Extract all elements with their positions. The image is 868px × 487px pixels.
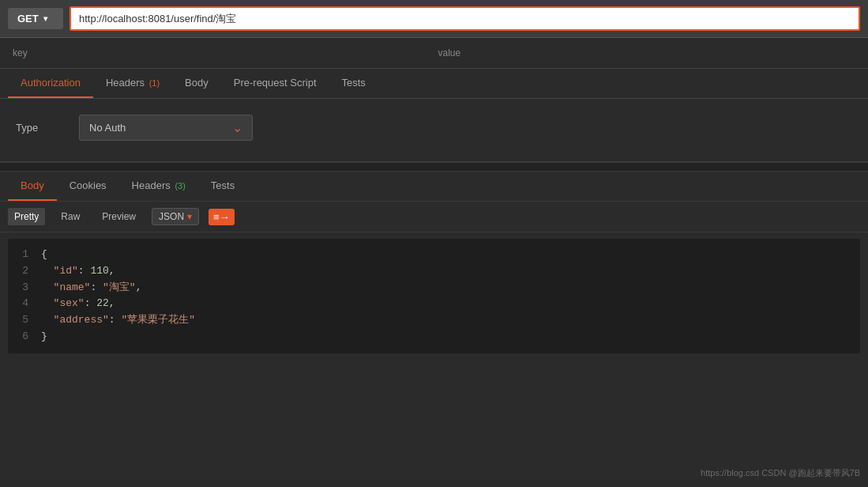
code-line-3: 3 "name": "淘宝", [8,280,860,296]
tab-headers-badge: (1) [149,78,160,88]
tab-body-response-label: Body [21,179,44,191]
section-divider [0,162,868,172]
tab-pre-request-script[interactable]: Pre-request Script [221,69,329,98]
tab-headers-response-badge: (3) [175,181,185,191]
format-pretty-button[interactable]: Pretty [8,208,45,225]
format-type-value: JSON [159,211,184,222]
method-label: GET [17,13,39,25]
code-content-1: { [41,247,47,263]
param-value-label: value [438,44,856,62]
code-content-5: "address": "苹果栗子花生" [41,312,195,329]
tab-authorization-label: Authorization [21,77,81,89]
code-content-3: "name": "淘宝", [41,280,141,296]
method-selector[interactable]: GET ▾ [8,8,63,29]
format-bar: Pretty Raw Preview JSON ▾ ≡→ [0,202,868,232]
tab-body-request[interactable]: Body [172,69,221,98]
auth-chevron-down-icon: ⌄ [232,120,242,135]
auth-type-label: Type [16,122,63,134]
watermark: https://blog.csd CSDN @跑起来要带风7B [701,467,860,479]
url-bar: GET ▾ [0,0,868,38]
format-preview-button[interactable]: Preview [96,208,142,225]
line-num-3: 3 [16,280,28,296]
format-type-selector[interactable]: JSON ▾ [152,208,199,225]
tab-tests-request-label: Tests [342,77,366,89]
tab-cookies-label: Cookies [70,179,107,191]
line-num-5: 5 [16,312,28,329]
method-chevron: ▾ [43,14,47,23]
params-section: key value [0,38,868,69]
tab-authorization[interactable]: Authorization [8,69,93,98]
tab-body-response[interactable]: Body [8,172,57,201]
auth-type-selector[interactable]: No Auth ⌄ [79,115,253,141]
code-line-4: 4 "sex": 22, [8,296,860,312]
line-num-6: 6 [16,329,28,345]
tab-headers-response[interactable]: Headers (3) [119,172,198,201]
code-content-2: "id": 110, [41,263,115,280]
format-raw-button[interactable]: Raw [54,208,86,225]
tab-headers[interactable]: Headers (1) [93,69,172,98]
code-line-2: 2 "id": 110, [8,263,860,280]
code-line-1: 1 { [8,247,860,263]
tab-tests-response-label: Tests [211,179,235,191]
code-content-6: } [41,329,47,345]
tab-headers-label: Headers [106,77,145,89]
code-line-6: 6 } [8,329,860,345]
tab-cookies[interactable]: Cookies [57,172,119,201]
code-line-5: 5 "address": "苹果栗子花生" [8,312,860,329]
auth-type-row: Type No Auth ⌄ [16,115,852,141]
format-arrow-icon: ▾ [187,211,192,222]
response-tabs: Body Cookies Headers (3) Tests [0,172,868,202]
auth-section: Type No Auth ⌄ [0,99,868,162]
line-num-4: 4 [16,296,28,312]
body-section: Body Cookies Headers (3) Tests Pretty Ra… [0,172,868,353]
param-key-label: key [13,44,430,62]
line-num-1: 1 [16,247,28,263]
code-content-4: "sex": 22, [41,296,115,312]
wrap-icon[interactable]: ≡→ [209,209,235,225]
tab-headers-response-label: Headers [132,179,171,191]
tab-tests-response[interactable]: Tests [198,172,247,201]
url-input[interactable] [70,6,860,31]
request-tab-section: Authorization Headers (1) Body Pre-reque… [0,69,868,99]
params-row: key value [13,44,855,62]
code-area: 1 { 2 "id": 110, 3 "name": "淘宝", 4 "sex"… [8,239,860,353]
request-tabs: Authorization Headers (1) Body Pre-reque… [0,69,868,98]
tab-pre-request-script-label: Pre-request Script [234,77,317,89]
line-num-2: 2 [16,263,28,280]
tab-tests-request[interactable]: Tests [329,69,378,98]
auth-type-value: No Auth [89,122,126,134]
tab-body-request-label: Body [185,77,209,89]
